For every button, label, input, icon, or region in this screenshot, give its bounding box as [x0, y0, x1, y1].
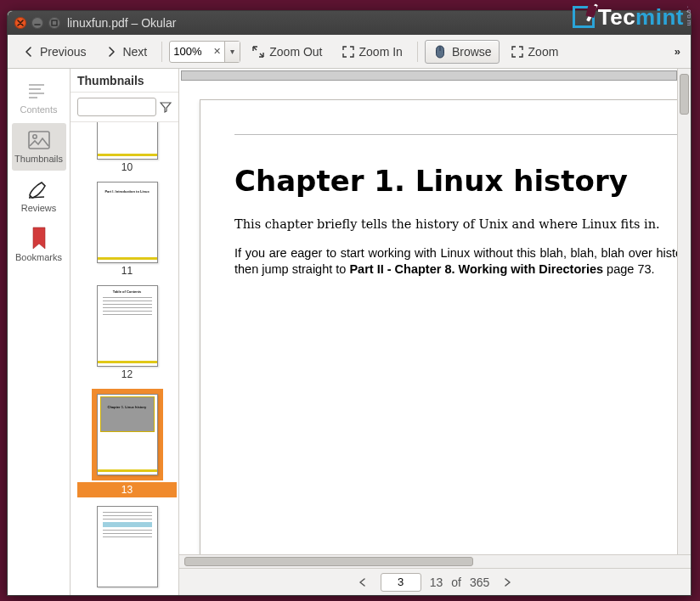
contents-icon — [26, 81, 52, 101]
side-tabs: Contents Thumbnails Reviews Bookmarks — [8, 69, 71, 595]
zoom-clear-icon[interactable]: ✕ — [209, 46, 224, 57]
browse-tool-button[interactable]: Browse — [425, 40, 500, 64]
next-label: Next — [122, 45, 147, 59]
thumbnails-panel: Thumbnails 10 Part I. Introduction to Li… — [71, 69, 179, 595]
zoom-tool-label: Zoom — [528, 45, 559, 59]
thumbnail-page[interactable]: Part I. Introduction to Linux 11 — [77, 182, 177, 277]
paragraph-bold: Part II - Chapter 8. Working with Direct… — [349, 262, 603, 276]
zoom-tool-button[interactable]: Zoom — [503, 41, 567, 63]
maximize-button[interactable] — [48, 17, 60, 29]
thumbnails-filter-row — [71, 93, 178, 122]
thumbnail-page-selected[interactable]: Chapter 1. Linux history 13 — [77, 389, 177, 497]
window-controls — [14, 17, 60, 29]
app-window: linuxfun.pdf – Okular Previous Next ✕ ▾ … — [7, 10, 692, 596]
tab-bookmarks[interactable]: Bookmarks — [12, 222, 66, 269]
of-label: of — [451, 576, 461, 589]
thumbnail-number: 12 — [77, 368, 177, 380]
scrollbar-thumb[interactable] — [680, 74, 689, 115]
visible-page-label: 13 — [430, 576, 443, 589]
thumbnails-filter-input[interactable] — [77, 98, 156, 116]
page-prev-button[interactable] — [353, 573, 372, 592]
zoom-dropdown-icon[interactable]: ▾ — [224, 42, 240, 62]
close-button[interactable] — [14, 17, 26, 29]
chevron-left-icon — [22, 45, 36, 59]
chevron-right-icon — [104, 45, 118, 59]
window-title: linuxfun.pdf – Okular — [67, 16, 176, 30]
horizontal-scrollbar[interactable] — [179, 554, 691, 568]
document-viewport[interactable]: Chapter 1. Linux history This chapter br… — [179, 69, 691, 554]
thumbnails-list: 10 Part I. Introduction to Linux 11 Tabl… — [71, 122, 178, 595]
paragraph: This chapter briefly tells the history o… — [234, 216, 691, 233]
paragraph-text: page 73. — [603, 262, 654, 276]
toolbar-separator — [417, 42, 418, 62]
vertical-scrollbar[interactable] — [677, 69, 691, 554]
total-pages-label: 365 — [470, 576, 489, 589]
bookmark-icon — [26, 228, 52, 249]
zoom-in-icon — [342, 45, 355, 59]
previous-label: Previous — [40, 45, 86, 59]
zoom-in-label: Zoom In — [359, 45, 403, 59]
document-page: Chapter 1. Linux history This chapter br… — [200, 99, 691, 554]
zoom-in-button[interactable]: Zoom In — [334, 41, 410, 63]
tab-thumbnails-label: Thumbnails — [14, 154, 63, 164]
tab-contents-label: Contents — [20, 104, 57, 115]
zoom-out-label: Zoom Out — [269, 45, 322, 59]
thumbnail-number: 10 — [77, 161, 177, 173]
thumbnail-page[interactable]: 10 — [77, 122, 177, 173]
image-icon — [26, 130, 52, 150]
svg-rect-3 — [29, 132, 49, 149]
paragraph: If you are eager to start working with L… — [234, 245, 691, 278]
toolbar-separator — [161, 42, 162, 62]
thumbnail-page[interactable]: Table of Contents 12 — [77, 285, 177, 380]
tab-reviews[interactable]: Reviews — [12, 172, 66, 220]
zoom-out-icon — [251, 45, 265, 59]
svg-point-4 — [32, 135, 36, 138]
scrollbar-thumb[interactable] — [184, 557, 473, 566]
chapter-title: Chapter 1. Linux history — [234, 164, 691, 198]
chevron-right-icon — [502, 577, 512, 587]
document-area: Chapter 1. Linux history This chapter br… — [179, 69, 691, 595]
page-next-button[interactable] — [498, 573, 517, 592]
browse-label: Browse — [452, 45, 492, 59]
tab-bookmarks-label: Bookmarks — [15, 252, 62, 262]
page-navigator: 13 of 365 — [179, 568, 691, 595]
thumbnail-number: 11 — [77, 265, 177, 277]
page-rule — [234, 134, 691, 135]
zoom-combobox[interactable]: ✕ ▾ — [169, 41, 240, 63]
titlebar: linuxfun.pdf – Okular — [8, 11, 691, 35]
chevron-left-icon — [358, 577, 368, 587]
thumbnails-scroll[interactable]: 10 Part I. Introduction to Linux 11 Tabl… — [71, 122, 178, 595]
next-button[interactable]: Next — [97, 41, 155, 63]
pencil-icon — [26, 179, 52, 199]
body: Contents Thumbnails Reviews Bookmarks — [8, 69, 691, 595]
zoom-out-button[interactable]: Zoom Out — [244, 41, 330, 63]
tab-contents[interactable]: Contents — [12, 74, 66, 121]
previous-button[interactable]: Previous — [14, 41, 93, 63]
mouse-icon — [432, 44, 448, 59]
minimize-button[interactable] — [31, 17, 43, 29]
filter-icon[interactable] — [160, 101, 172, 113]
page-number-input[interactable] — [381, 573, 421, 592]
thumbnails-header: Thumbnails — [71, 69, 178, 93]
tab-thumbnails[interactable]: Thumbnails — [12, 123, 66, 171]
thumbnail-number: 13 — [77, 482, 177, 497]
page-gap — [181, 70, 677, 81]
toolbar: Previous Next ✕ ▾ Zoom Out Zoom In Brows… — [8, 35, 691, 69]
toolbar-overflow-button[interactable]: » — [671, 45, 684, 58]
zoom-input[interactable] — [170, 43, 209, 59]
zoom-tool-icon — [511, 45, 524, 59]
svg-rect-0 — [52, 20, 57, 25]
tab-reviews-label: Reviews — [21, 203, 57, 213]
thumbnail-page[interactable] — [77, 506, 177, 587]
